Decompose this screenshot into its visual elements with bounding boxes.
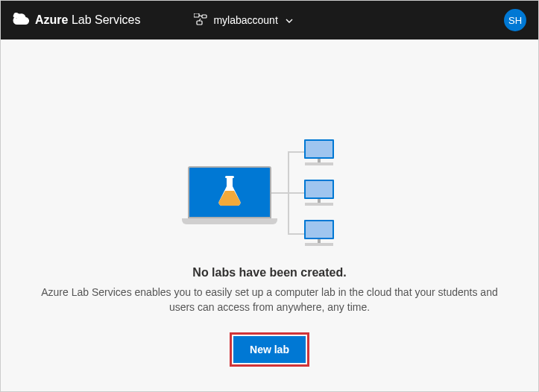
user-avatar[interactable]: SH bbox=[504, 9, 526, 31]
svg-rect-1 bbox=[194, 13, 199, 17]
flask-icon bbox=[216, 174, 243, 210]
laptop-icon bbox=[188, 166, 271, 224]
chevron-down-icon bbox=[286, 16, 293, 25]
brand-text: Azure Lab Services bbox=[35, 13, 140, 27]
lab-account-switcher[interactable]: mylabaccount bbox=[194, 13, 292, 28]
global-header: Azure Lab Services mylabaccount SH bbox=[1, 1, 538, 39]
monitor-icon bbox=[304, 220, 334, 246]
azure-cloud-icon bbox=[13, 13, 29, 28]
main-content: No labs have been created. Azure Lab Ser… bbox=[1, 39, 538, 367]
avatar-initials: SH bbox=[508, 15, 522, 26]
new-lab-highlight: New lab bbox=[230, 332, 309, 367]
resource-group-icon bbox=[194, 13, 207, 28]
empty-state-description: Azure Lab Services enables you to easily… bbox=[31, 285, 508, 314]
brand-light: Lab Services bbox=[72, 13, 141, 26]
new-lab-button[interactable]: New lab bbox=[233, 336, 306, 363]
empty-state-title: No labs have been created. bbox=[192, 266, 346, 279]
svg-rect-3 bbox=[197, 21, 202, 25]
brand[interactable]: Azure Lab Services bbox=[13, 13, 140, 28]
empty-state-illustration bbox=[188, 138, 352, 250]
svg-rect-2 bbox=[202, 15, 207, 18]
svg-rect-4 bbox=[225, 176, 234, 178]
account-name: mylabaccount bbox=[213, 14, 277, 26]
monitor-icon bbox=[304, 139, 334, 165]
monitor-icon bbox=[304, 180, 334, 206]
brand-bold: Azure bbox=[35, 13, 68, 26]
